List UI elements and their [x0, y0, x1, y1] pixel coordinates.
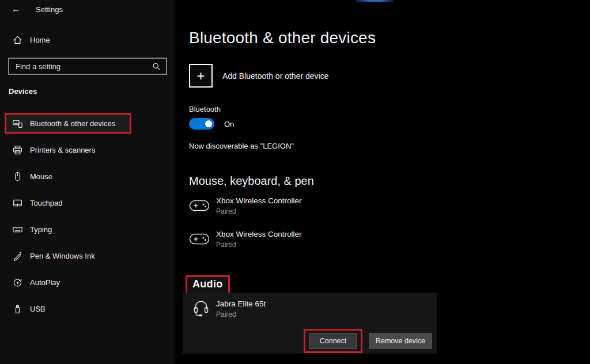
device-info: Jabra Elite 65t Paired	[216, 299, 266, 318]
touchpad-icon	[13, 198, 22, 208]
usb-icon	[13, 304, 22, 314]
add-bluetooth-device-button[interactable]: + Add Bluetooth or other device	[189, 64, 328, 88]
device-status: Paired	[216, 310, 266, 318]
sidebar-item-label: Pen & Windows Ink	[30, 252, 95, 260]
partial-blue-bar	[356, 0, 393, 2]
bluetooth-toggle[interactable]	[189, 118, 214, 130]
page-title: Bluetooth & other devices	[189, 29, 376, 47]
bluetooth-label: Bluetooth	[189, 105, 221, 113]
remove-device-button[interactable]: Remove device	[369, 333, 432, 349]
sidebar-item-label: Printers & scanners	[30, 146, 95, 154]
sidebar-item-usb[interactable]: USB	[0, 295, 173, 322]
connect-button[interactable]: Connect	[309, 333, 357, 349]
printer-icon	[13, 145, 22, 155]
audio-device-card[interactable]: Jabra Elite 65t Paired Connect Remove de…	[183, 293, 437, 354]
sidebar-section-label: Devices	[9, 87, 37, 96]
toggle-knob	[205, 120, 212, 127]
pen-icon	[13, 251, 22, 261]
sidebar-item-label: Touchpad	[30, 199, 62, 207]
back-arrow-icon[interactable]: ←	[12, 5, 21, 14]
sidebar-item-printers-scanners[interactable]: Printers & scanners	[0, 136, 173, 163]
app-title: Settings	[36, 5, 63, 14]
sidebar-item-pen-windows-ink[interactable]: Pen & Windows Ink	[0, 242, 173, 269]
plus-glyph: +	[196, 69, 205, 83]
device-status: Paired	[216, 207, 302, 215]
sidebar-item-bluetooth-other-devices[interactable]: Bluetooth & other devices	[5, 113, 131, 134]
search-input[interactable]	[16, 62, 152, 71]
home-icon	[13, 35, 22, 45]
sidebar-item-label: AutoPlay	[30, 278, 60, 287]
search-icon[interactable]	[152, 62, 161, 71]
device-row-xbox-2[interactable]: Xbox Wireless Controller Paired	[189, 230, 302, 249]
settings-window: ← Settings Home Devices	[0, 0, 590, 364]
device-status: Paired	[216, 241, 302, 249]
sidebar-item-label: Bluetooth & other devices	[30, 119, 115, 128]
sidebar-item-touchpad[interactable]: Touchpad	[0, 189, 173, 216]
titlebar: ← Settings	[12, 5, 63, 14]
home-label: Home	[30, 36, 50, 44]
device-info: Xbox Wireless Controller Paired	[216, 196, 302, 215]
autoplay-icon	[13, 278, 22, 287]
sidebar-item-typing[interactable]: Typing	[0, 216, 173, 242]
keyboard-icon	[13, 225, 22, 234]
sidebar-item-label: Mouse	[30, 172, 52, 181]
sidebar-item-autoplay[interactable]: AutoPlay	[0, 269, 173, 295]
audio-heading: Audio	[192, 278, 223, 290]
audio-heading-annotation-box: Audio	[186, 275, 230, 294]
device-name: Jabra Elite 65t	[216, 299, 266, 308]
toggle-state-label: On	[224, 120, 234, 128]
gamepad-icon	[189, 198, 210, 215]
device-name: Xbox Wireless Controller	[216, 196, 302, 205]
main-content: Bluetooth & other devices + Add Bluetoot…	[176, 0, 590, 364]
mouse-icon	[13, 172, 22, 181]
gamepad-icon	[189, 232, 210, 249]
sidebar-item-label: USB	[30, 305, 46, 313]
device-name: Xbox Wireless Controller	[216, 230, 302, 238]
discoverable-text: Now discoverable as "LEGION"	[189, 142, 294, 150]
bluetooth-toggle-row: On	[189, 118, 234, 130]
sidebar: ← Settings Home Devices	[0, 0, 176, 364]
mouse-keyboard-pen-heading: Mouse, keyboard, & pen	[189, 175, 314, 188]
device-info: Xbox Wireless Controller Paired	[216, 230, 302, 249]
device-row-xbox-1[interactable]: Xbox Wireless Controller Paired	[189, 196, 302, 215]
sidebar-nav: Bluetooth & other devices Printers & sca…	[0, 110, 173, 322]
sidebar-item-label: Typing	[30, 225, 52, 234]
connect-annotation-box: Connect	[304, 329, 362, 353]
add-device-label: Add Bluetooth or other device	[222, 71, 328, 81]
device-row-jabra[interactable]: Jabra Elite 65t Paired	[193, 299, 266, 318]
plus-icon: +	[189, 64, 213, 88]
headset-icon	[193, 299, 209, 318]
devices-icon	[13, 119, 22, 128]
sidebar-item-home[interactable]: Home	[13, 35, 50, 45]
sidebar-item-mouse[interactable]: Mouse	[0, 163, 173, 189]
search-box[interactable]	[8, 58, 167, 75]
